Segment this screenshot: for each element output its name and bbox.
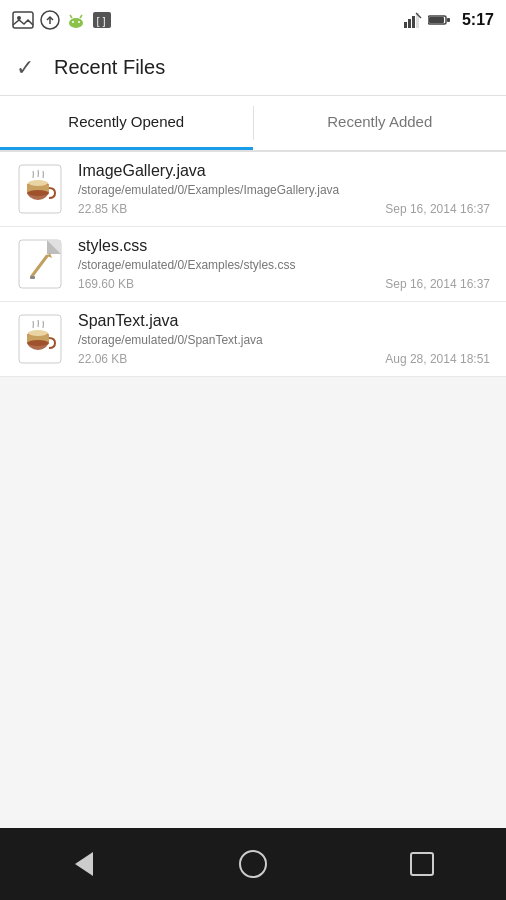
svg-rect-11	[408, 19, 411, 28]
tabs-bar: Recently Opened Recently Added	[0, 96, 506, 152]
svg-point-4	[72, 21, 74, 23]
svg-text:[]: []	[95, 16, 107, 27]
svg-rect-29	[30, 276, 35, 279]
file-name: SpanText.java	[78, 312, 490, 330]
svg-rect-17	[447, 18, 450, 22]
android-icon	[66, 10, 86, 30]
bottom-nav	[0, 828, 506, 900]
check-icon[interactable]: ✓	[16, 55, 34, 81]
svg-rect-0	[13, 12, 33, 28]
css-file-icon	[17, 238, 63, 290]
svg-point-22	[27, 190, 49, 196]
status-left-icons: []	[12, 10, 398, 30]
java-file-icon	[17, 163, 63, 215]
gallery-icon	[12, 11, 34, 29]
file-path: /storage/emulated/0/Examples/styles.css	[78, 258, 490, 272]
status-time: 5:17	[462, 11, 494, 29]
svg-point-3	[69, 18, 83, 28]
file-name: ImageGallery.java	[78, 162, 490, 180]
svg-line-6	[70, 15, 72, 18]
header-title: Recent Files	[54, 56, 165, 79]
back-button[interactable]	[54, 834, 114, 894]
file-item[interactable]: styles.css /storage/emulated/0/Examples/…	[0, 227, 506, 302]
file-meta: 22.85 KB Sep 16, 2014 16:37	[78, 202, 490, 216]
tab-recently-added[interactable]: Recently Added	[254, 96, 507, 150]
brackets-icon: []	[92, 11, 112, 29]
file-thumbnail	[16, 162, 64, 216]
file-date: Aug 28, 2014 18:51	[385, 352, 490, 366]
file-info: ImageGallery.java /storage/emulated/0/Ex…	[78, 162, 490, 216]
file-size: 169.60 KB	[78, 277, 134, 291]
status-bar: [] 5:17	[0, 0, 506, 40]
file-path: /storage/emulated/0/SpanText.java	[78, 333, 490, 347]
svg-rect-16	[429, 17, 444, 23]
file-size: 22.85 KB	[78, 202, 127, 216]
file-item[interactable]: ImageGallery.java /storage/emulated/0/Ex…	[0, 152, 506, 227]
home-circle-icon	[239, 850, 267, 878]
file-meta: 169.60 KB Sep 16, 2014 16:37	[78, 277, 490, 291]
svg-point-34	[27, 340, 49, 346]
java-file-icon-2	[17, 313, 63, 365]
svg-point-5	[78, 21, 80, 23]
file-item[interactable]: SpanText.java /storage/emulated/0/SpanTe…	[0, 302, 506, 377]
file-thumbnail	[16, 312, 64, 366]
upload-icon	[40, 10, 60, 30]
file-size: 22.06 KB	[78, 352, 127, 366]
battery-icon	[428, 14, 450, 26]
header: ✓ Recent Files	[0, 40, 506, 96]
file-info: SpanText.java /storage/emulated/0/SpanTe…	[78, 312, 490, 366]
svg-point-35	[28, 330, 48, 336]
file-path: /storage/emulated/0/Examples/ImageGaller…	[78, 183, 490, 197]
svg-point-23	[28, 180, 48, 186]
back-arrow-icon	[75, 852, 93, 876]
tab-recently-opened[interactable]: Recently Opened	[0, 96, 253, 150]
file-name: styles.css	[78, 237, 490, 255]
svg-rect-10	[404, 22, 407, 28]
file-date: Sep 16, 2014 16:37	[385, 277, 490, 291]
recents-button[interactable]	[392, 834, 452, 894]
file-info: styles.css /storage/emulated/0/Examples/…	[78, 237, 490, 291]
signal-icon	[404, 12, 422, 28]
svg-rect-12	[412, 16, 415, 28]
home-button[interactable]	[223, 834, 283, 894]
file-list: ImageGallery.java /storage/emulated/0/Ex…	[0, 152, 506, 828]
recents-square-icon	[410, 852, 434, 876]
file-thumbnail	[16, 237, 64, 291]
svg-line-7	[80, 15, 82, 18]
file-meta: 22.06 KB Aug 28, 2014 18:51	[78, 352, 490, 366]
file-date: Sep 16, 2014 16:37	[385, 202, 490, 216]
